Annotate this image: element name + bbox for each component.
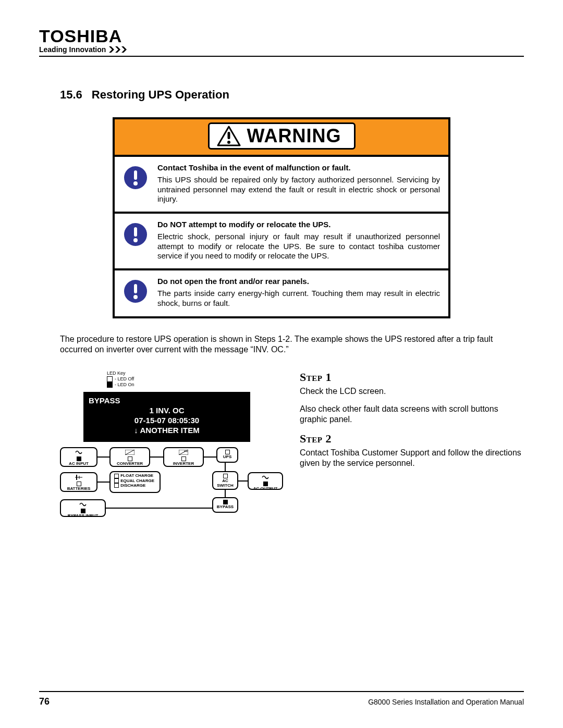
svg-point-11 — [133, 238, 138, 242]
step-title: Step 1 — [300, 371, 524, 384]
led-icon — [225, 450, 230, 454]
warning-row: Do NOT attempt to modify or relocate the… — [115, 212, 448, 268]
diagram-column: LED Key - LED Off - LED On BYPASS 1 INV.… — [60, 371, 284, 525]
flow-label: BYPASS — [217, 504, 234, 509]
led-key-title: LED Key — [107, 371, 284, 376]
led-icon — [77, 482, 81, 486]
svg-point-14 — [133, 295, 138, 299]
warning-item-body: Electric shock, personal injury or fault… — [157, 232, 440, 261]
flow-bypass-input: BYPASS INPUT — [60, 499, 106, 517]
led-icon — [263, 482, 268, 486]
led-off-icon — [107, 376, 113, 382]
led-off-label: - LED Off — [115, 376, 134, 381]
section-number: 15.6 — [60, 88, 82, 101]
header-divider — [39, 56, 524, 57]
flow-bypass: BYPASS — [212, 497, 238, 513]
footer-divider — [39, 691, 524, 692]
flow-diagram: AC INPUT CONVERTER INVERTER UPS — [60, 447, 284, 525]
doc-title: G8000 Series Installation and Operation … — [368, 698, 524, 706]
converter-icon — [125, 450, 134, 455]
exclamation-circle-icon — [123, 279, 148, 304]
intro-paragraph: The procedure to restore UPS operation i… — [60, 334, 524, 355]
flow-label: BATTERIES — [67, 486, 91, 491]
led-icon — [128, 456, 132, 461]
warning-header: WARNING — [115, 119, 448, 155]
flow-label: INVERTER — [173, 461, 194, 466]
sine-icon — [75, 450, 82, 455]
step-title: Step 2 — [300, 432, 524, 446]
step-paragraph: Also check other fault data screens with… — [300, 404, 524, 425]
page-footer: 76 G8000 Series Installation and Operati… — [39, 691, 524, 707]
tagline-row: Leading Innovation — [39, 45, 524, 54]
step-paragraph: Contact Toshiba Customer Support and fol… — [300, 448, 524, 468]
svg-line-16 — [125, 450, 134, 455]
warning-row: Contact Toshiba in the event of malfunct… — [115, 155, 448, 212]
flow-ups: UPS — [216, 447, 238, 463]
led-icon — [223, 500, 228, 504]
led-on-label: - LED On — [115, 382, 134, 387]
led-icon — [114, 478, 119, 483]
step-paragraph: Check the LCD screen. — [300, 386, 524, 397]
brand-logo: TOSHIBA — [39, 26, 524, 46]
warning-box: WARNING Contact Toshiba in the event of … — [113, 117, 450, 318]
tagline: Leading Innovation — [39, 45, 106, 54]
led-on-icon — [107, 382, 113, 388]
led-icon — [114, 483, 119, 488]
flow-label: DISCHARGE — [120, 483, 145, 488]
warning-item-head: Do NOT attempt to modify or relocate the… — [157, 220, 440, 230]
flow-ac-switch: AC SWITCH — [212, 471, 238, 490]
flow-label: AC SWITCH — [217, 478, 234, 488]
flow-batteries: BATTERIES — [60, 472, 97, 492]
svg-marker-1 — [115, 46, 120, 53]
svg-point-8 — [133, 181, 138, 186]
flow-converter: CONVERTER — [109, 447, 150, 467]
flow-inverter: INVERTER — [163, 447, 204, 467]
flow-ac-output: AC OUTPUT — [248, 472, 283, 490]
flow-label: BYPASS INPUT — [68, 513, 99, 518]
sine-icon — [262, 475, 269, 480]
warning-row: Do not open the front and/or rear panels… — [115, 268, 448, 316]
svg-marker-0 — [109, 46, 114, 53]
lcd-line1: 1 INV. OC — [89, 406, 245, 415]
steps-column: Step 1 Check the LCD screen. Also check … — [300, 371, 524, 525]
warning-item-body: The parts inside carry energy-high curre… — [157, 289, 440, 307]
flow-ac-input: AC INPUT — [60, 447, 97, 467]
svg-rect-7 — [134, 170, 137, 180]
warning-triangle-icon — [217, 126, 241, 146]
flow-label: AC OUTPUT — [253, 486, 278, 491]
lcd-panel: BYPASS 1 INV. OC 07-15-07 08:05:30 ↓ ANO… — [83, 392, 250, 442]
svg-point-5 — [227, 141, 230, 144]
page-number: 76 — [39, 696, 50, 707]
svg-rect-13 — [134, 284, 137, 293]
warning-item-head: Contact Toshiba in the event of malfunct… — [157, 163, 440, 173]
sine-icon — [79, 502, 87, 507]
flow-label: FLOAT CHARGE — [120, 473, 153, 478]
section-title-text: Restoring UPS Operation — [92, 88, 229, 101]
lcd-line2: 07-15-07 08:05:30 — [89, 416, 245, 425]
led-icon — [81, 509, 85, 513]
led-icon — [181, 456, 186, 461]
flow-label: CONVERTER — [117, 461, 143, 466]
flow-charge-states: FLOAT CHARGE EQUAL CHARGE DISCHARGE — [109, 471, 161, 493]
led-icon — [223, 474, 228, 478]
warning-item-body: This UPS should be repaired only by fact… — [157, 175, 440, 204]
exclamation-circle-icon — [123, 165, 148, 190]
led-icon — [114, 474, 119, 478]
flow-label: UPS — [223, 454, 231, 459]
warning-item-head: Do not open the front and/or rear panels… — [157, 277, 440, 287]
lcd-line3: ↓ ANOTHER ITEM — [89, 426, 245, 435]
flow-label: AC INPUT — [69, 461, 89, 466]
battery-icon — [75, 475, 82, 480]
svg-marker-2 — [121, 46, 127, 53]
svg-rect-4 — [227, 132, 230, 139]
chevrons-icon — [109, 46, 130, 53]
flow-label: EQUAL CHARGE — [120, 478, 154, 483]
warning-header-text: WARNING — [247, 125, 341, 147]
led-icon — [77, 456, 81, 461]
led-key: LED Key - LED Off - LED On — [107, 371, 284, 388]
section-heading: 15.6Restoring UPS Operation — [60, 88, 524, 102]
svg-rect-10 — [134, 227, 137, 237]
lcd-mode: BYPASS — [89, 396, 245, 405]
exclamation-circle-icon — [123, 222, 148, 247]
svg-line-18 — [179, 450, 188, 455]
